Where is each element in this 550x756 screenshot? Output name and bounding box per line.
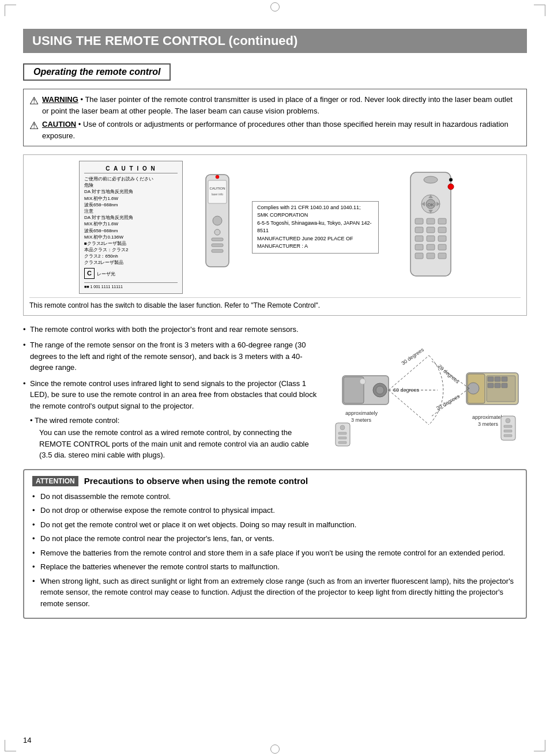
svg-point-11 — [424, 176, 438, 183]
caution-icon: ⚠ — [29, 119, 39, 132]
compliance-box: Complies with 21 CFR 1040.10 and 1040.11… — [252, 201, 379, 254]
attention-list-item: When strong light, such as direct sunlig… — [32, 576, 518, 610]
svg-rect-52 — [338, 441, 346, 444]
bullet-item-1: The remote control works with both the p… — [23, 324, 322, 335]
svg-point-9 — [216, 175, 219, 179]
svg-rect-7 — [212, 244, 223, 247]
main-title: USING THE REMOTE CONTROL (continued) — [23, 29, 527, 53]
svg-rect-25 — [415, 236, 423, 241]
label-footer: C レーザ光 — [84, 268, 178, 281]
svg-point-4 — [213, 216, 222, 225]
caution-row: ⚠ CAUTION • Use of controls or adjustmen… — [29, 119, 521, 141]
label-text: ご使用の前に必ずお読みください 危険 DA 対す当地角反光照角 MIX.初中力1… — [84, 176, 178, 266]
svg-point-34 — [448, 184, 454, 190]
diagram-images: C A U T I O N ご使用の前に必ずお読みください 危険 DA 対す当地… — [29, 161, 521, 294]
svg-rect-51 — [338, 437, 346, 439]
corner-mark-br — [534, 740, 545, 751]
brand-label: C — [84, 268, 95, 279]
attention-label: ATTENTION — [32, 476, 78, 486]
svg-rect-24 — [438, 227, 446, 233]
attention-list-item: Do not place the remote control near the… — [32, 533, 518, 545]
remote-side-view: CAUTION laser info — [194, 169, 240, 286]
bullet-item-2: The range of the remote sensor on the fr… — [23, 339, 322, 373]
remote-front-view: OK — [390, 169, 471, 285]
svg-rect-22 — [415, 227, 423, 233]
warning-box: ⚠ WARNING • The laser pointer of the rem… — [23, 89, 527, 146]
svg-rect-58 — [502, 377, 507, 381]
laser-label: レーザ光 — [97, 271, 115, 277]
svg-rect-8 — [212, 250, 223, 252]
wired-title: • The wired remote control: — [30, 416, 322, 425]
svg-point-39 — [376, 386, 384, 394]
corner-mark-tr — [534, 5, 545, 16]
svg-text:approximately: approximately — [345, 410, 378, 416]
label-sticker: C A U T I O N ご使用の前に必ずお読みください 危険 DA 対す当地… — [79, 161, 183, 294]
svg-rect-29 — [427, 244, 435, 250]
svg-rect-21 — [438, 218, 446, 224]
wired-text: You can use the remote control as a wire… — [39, 427, 322, 461]
caution-body: • Use of controls or adjustments or perf… — [42, 120, 508, 140]
attention-list-item: Do not drop or otherwise expose the remo… — [32, 505, 518, 516]
diagram-caption: This remote control has the switch to di… — [29, 297, 521, 309]
svg-text:60 degrees: 60 degrees — [393, 387, 420, 393]
svg-rect-6 — [212, 238, 223, 241]
diagram-area: C A U T I O N ご使用の前に必ずお読みください 危険 DA 対す当地… — [23, 154, 527, 316]
svg-point-49 — [340, 425, 345, 430]
svg-rect-31 — [415, 253, 423, 259]
svg-text:3 meters: 3 meters — [351, 417, 372, 423]
svg-point-70 — [506, 418, 510, 423]
section-title-box: Operating the remote control — [23, 63, 171, 81]
svg-rect-1 — [208, 180, 227, 203]
warning-label: WARNING — [42, 95, 78, 104]
top-registration-mark — [270, 2, 280, 12]
svg-point-35 — [449, 178, 453, 182]
caution-header: C A U T I O N — [84, 165, 178, 173]
attention-list-item: Replace the batteries whenever the remot… — [32, 561, 518, 573]
svg-text:20 degrees: 20 degrees — [435, 393, 461, 411]
attention-list: Do not disassemble the remote control.Do… — [32, 491, 518, 610]
section-title: Operating the remote control — [33, 67, 160, 77]
attention-header: ATTENTION Precautions to observe when us… — [32, 476, 518, 486]
svg-rect-71 — [504, 425, 512, 428]
svg-text:laser info: laser info — [212, 192, 224, 196]
svg-rect-59 — [488, 383, 494, 388]
caution-label: CAUTION — [42, 120, 76, 128]
svg-text:OK: OK — [427, 202, 434, 207]
svg-rect-30 — [438, 244, 446, 250]
attention-title: Precautions to observe when using the re… — [84, 476, 308, 486]
compliance-text: Complies with 21 CFR 1040.10 and 1040.11… — [257, 204, 374, 251]
svg-rect-50 — [338, 432, 346, 434]
warning-icon: ⚠ — [29, 94, 39, 107]
svg-rect-27 — [438, 236, 446, 241]
svg-text:approximately: approximately — [472, 414, 505, 420]
svg-text:30 degrees: 30 degrees — [400, 346, 425, 366]
svg-line-42 — [389, 390, 429, 425]
bullet-items: The remote control works with both the p… — [23, 324, 322, 412]
svg-point-40 — [360, 379, 366, 384]
svg-rect-32 — [427, 253, 435, 259]
attention-list-item: Do not get the remote control wet or pla… — [32, 519, 518, 531]
svg-rect-56 — [488, 377, 494, 381]
svg-rect-19 — [415, 218, 423, 224]
svg-rect-61 — [502, 383, 507, 388]
bullet-list: The remote control works with both the p… — [23, 324, 322, 461]
label-barcode: ■■ 1 001 1111 11111 — [84, 282, 178, 290]
svg-rect-33 — [438, 253, 446, 259]
svg-rect-72 — [504, 430, 512, 432]
page-number: 14 — [23, 736, 31, 744]
bullet-item-3: Since the remote control uses infrared l… — [23, 378, 322, 412]
warning-row: ⚠ WARNING • The laser pointer of the rem… — [29, 94, 521, 116]
warning-text: WARNING • The laser pointer of the remot… — [42, 94, 521, 116]
corner-mark-bl — [5, 740, 16, 751]
svg-rect-26 — [427, 236, 435, 241]
range-diagram: 30 degrees 60 degrees approximately 3 me… — [331, 324, 527, 461]
svg-text:3 meters: 3 meters — [478, 421, 499, 427]
content-area: The remote control works with both the p… — [23, 324, 527, 461]
attention-box: ATTENTION Precautions to observe when us… — [23, 469, 527, 619]
svg-rect-28 — [415, 244, 423, 250]
attention-list-item: Remove the batteries from the remote con… — [32, 547, 518, 559]
svg-rect-73 — [504, 434, 512, 437]
warning-body: • The laser pointer of the remote contro… — [42, 95, 513, 115]
bottom-registration-mark — [270, 744, 280, 754]
svg-rect-20 — [427, 218, 435, 224]
